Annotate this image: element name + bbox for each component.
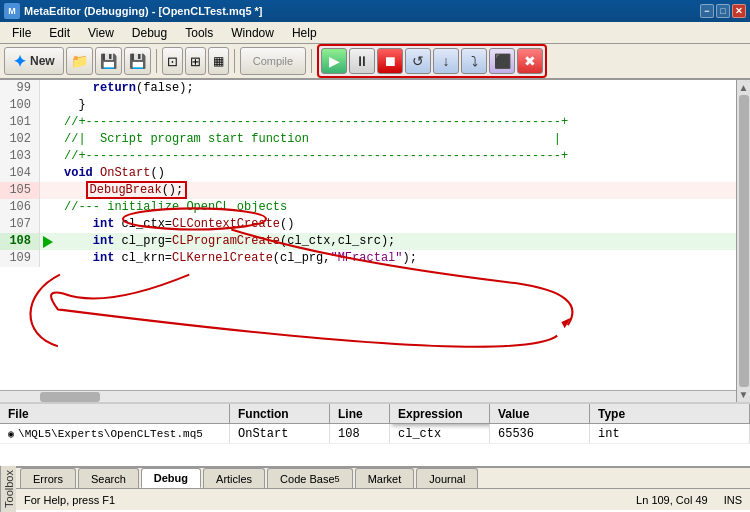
debug-play-button[interactable]: ▶ [321, 48, 347, 74]
debug-cell-expression: Expression Value i23 cl_ctx 65536 ⬛ cl [390, 424, 490, 443]
minimize-button[interactable]: − [700, 4, 714, 18]
tabs-section: Errors Search Debug Articles Code Base5 … [16, 466, 750, 512]
menu-bar: File Edit View Debug Tools Window Help [0, 22, 750, 44]
tab-market[interactable]: Market [355, 468, 415, 488]
scroll-up-arrow[interactable]: ▲ [739, 82, 749, 93]
view-icon-3: ▦ [213, 54, 224, 68]
horizontal-scrollbar[interactable] [0, 390, 736, 402]
view-button-2[interactable]: ⊞ [185, 47, 206, 75]
menu-edit[interactable]: Edit [41, 24, 78, 42]
save-button[interactable]: 💾 [95, 47, 122, 75]
tab-journal[interactable]: Journal [416, 468, 478, 488]
tab-search[interactable]: Search [78, 468, 139, 488]
current-line-arrow [43, 236, 53, 248]
line-content-109: int cl_krn=CLKernelCreate(cl_prg,"MFract… [56, 250, 417, 267]
line-number: 109 [0, 250, 40, 267]
tab-codebase[interactable]: Code Base5 [267, 468, 353, 488]
view-icon-1: ⊡ [167, 54, 178, 69]
v-scroll-thumb[interactable] [739, 95, 749, 387]
code-line-100: 100 } [0, 97, 736, 114]
new-label: New [30, 54, 55, 68]
compile-label: Compile [253, 55, 293, 67]
debug-pause-button[interactable]: ⏸ [349, 48, 375, 74]
line-content-105: DebugBreak(); [56, 182, 187, 199]
compile-button[interactable]: Compile [240, 47, 306, 75]
debug-panel: File Function Line Expression Value Type… [0, 402, 750, 512]
type-header: Type [590, 404, 750, 423]
code-line-104: 104 void OnStart() [0, 165, 736, 182]
line-indicator-108 [40, 236, 56, 248]
line-number: 108 [0, 233, 40, 250]
debug-file-path: \MQL5\Experts\OpenCLTest.mq5 [18, 428, 203, 440]
debug-toolbar: ▶ ⏸ ⏹ ↺ ↓ ⤵ ⬛ ✖ [317, 44, 547, 78]
menu-tools[interactable]: Tools [177, 24, 221, 42]
line-content-100: } [56, 97, 86, 114]
line-content-101: //+-------------------------------------… [56, 114, 568, 131]
debug-connect-button[interactable]: ⬛ [489, 48, 515, 74]
debug-cell-function: OnStart [230, 424, 330, 443]
code-editor[interactable]: 99 return(false); 100 } 101 //+-------- [0, 80, 736, 402]
line-number: 102 [0, 131, 40, 148]
open-button[interactable]: 📁 [66, 47, 93, 75]
menu-help[interactable]: Help [284, 24, 325, 42]
status-mode: INS [724, 494, 742, 506]
menu-view[interactable]: View [80, 24, 122, 42]
status-bar: For Help, press F1 Ln 109, Col 49 INS [16, 488, 750, 510]
debug-stop-button[interactable]: ⏹ [377, 48, 403, 74]
save-all-button[interactable]: 💾 [124, 47, 151, 75]
debug-step-over-button[interactable]: ⤵ [461, 48, 487, 74]
debug-step-into-button[interactable]: ↓ [433, 48, 459, 74]
debug-table: File Function Line Expression Value Type… [0, 404, 750, 466]
expression-header: Expression [390, 404, 490, 423]
window-title: MetaEditor (Debugging) - [OpenCLTest.mq5… [24, 5, 263, 17]
debug-cell-type: int [590, 424, 750, 443]
view-button-3[interactable]: ▦ [208, 47, 229, 75]
code-line-106: 106 //--- initialize OpenCL objects [0, 199, 736, 216]
new-button[interactable]: ✦ New [4, 47, 64, 75]
tab-errors[interactable]: Errors [20, 468, 76, 488]
code-line-102: 102 //| Script program start function | [0, 131, 736, 148]
tab-debug[interactable]: Debug [141, 468, 201, 488]
vertical-scrollbar[interactable]: ▲ ▼ [736, 80, 750, 402]
line-content-108: int cl_prg=CLProgramCreate(cl_ctx,cl_src… [56, 233, 395, 250]
code-line-107: 107 int cl_ctx=CLContextCreate() [0, 216, 736, 233]
line-content-104: void OnStart() [56, 165, 165, 182]
code-line-109: 109 int cl_krn=CLKernelCreate(cl_prg,"MF… [0, 250, 736, 267]
title-bar: M MetaEditor (Debugging) - [OpenCLTest.m… [0, 0, 750, 22]
toolbox-panel[interactable]: Toolbox [0, 466, 16, 512]
debug-cell-line: 108 [330, 424, 390, 443]
debug-table-header: File Function Line Expression Value Type [0, 404, 750, 424]
toolbar-separator-2 [234, 49, 235, 73]
line-content-102: //| Script program start function | [56, 131, 561, 148]
line-number: 107 [0, 216, 40, 233]
debug-restart-button[interactable]: ↺ [405, 48, 431, 74]
line-content-99: return(false); [56, 80, 194, 97]
close-button[interactable]: ✕ [732, 4, 746, 18]
bottom-tab-bar: Errors Search Debug Articles Code Base5 … [16, 466, 750, 488]
line-number: 104 [0, 165, 40, 182]
status-help-text: For Help, press F1 [24, 494, 115, 506]
menu-window[interactable]: Window [223, 24, 282, 42]
scroll-down-arrow[interactable]: ▼ [739, 389, 749, 400]
tab-articles[interactable]: Articles [203, 468, 265, 488]
h-scroll-thumb[interactable] [40, 392, 100, 402]
line-number: 101 [0, 114, 40, 131]
code-line-105: 105 DebugBreak(); [0, 182, 736, 199]
view-button-1[interactable]: ⊡ [162, 47, 183, 75]
editor-area: 99 return(false); 100 } 101 //+-------- [0, 80, 750, 402]
save-icon: 💾 [100, 53, 117, 69]
line-content-103: //+-------------------------------------… [56, 148, 568, 165]
code-line-99: 99 return(false); [0, 80, 736, 97]
line-content-107: int cl_ctx=CLContextCreate() [56, 216, 294, 233]
title-bar-controls: − □ ✕ [700, 4, 746, 18]
bottom-section: Toolbox Errors Search Debug Articles Cod… [0, 466, 750, 512]
menu-debug[interactable]: Debug [124, 24, 175, 42]
line-number: 105 [0, 182, 40, 199]
maximize-button[interactable]: □ [716, 4, 730, 18]
line-number: 106 [0, 199, 40, 216]
menu-file[interactable]: File [4, 24, 39, 42]
debug-break-button[interactable]: ✖ [517, 48, 543, 74]
toolbar-separator-1 [156, 49, 157, 73]
line-number: 103 [0, 148, 40, 165]
save-all-icon: 💾 [129, 53, 146, 69]
